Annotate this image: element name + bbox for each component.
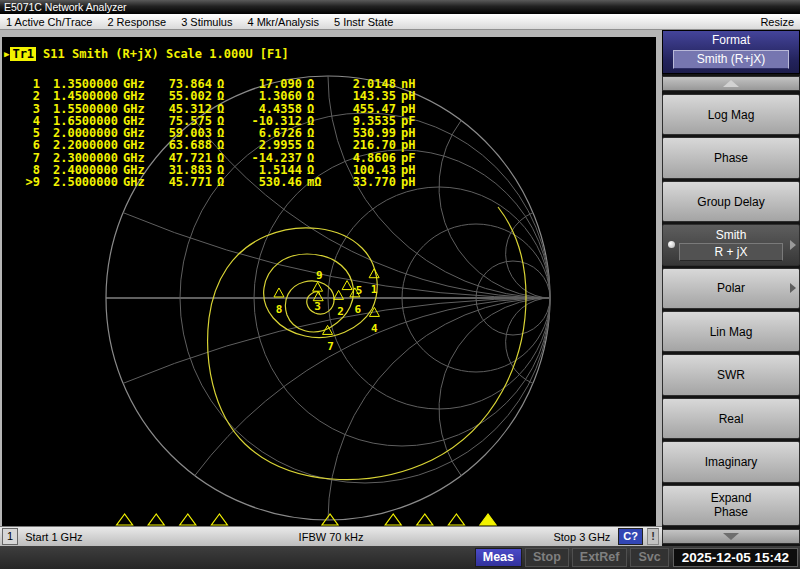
status-stop: Stop [525, 548, 569, 567]
softkey-label: Smith [716, 228, 747, 242]
softkey-imaginary[interactable]: Imaginary [662, 441, 800, 482]
submenu-arrow-icon [790, 240, 796, 250]
stimulus-marker-triangle-3 [180, 514, 196, 525]
marker-table-cell: mΩ [302, 176, 326, 188]
softkey-label: Log Mag [708, 108, 755, 122]
marker-table-cell: 6 [10, 139, 40, 151]
display-frame: 123456789 ▶ Tr1 S11 Smith (R+jX) Scale 1… [0, 30, 662, 546]
marker-table-cell: GHz [118, 90, 148, 102]
stimulus-marker-triangle-9 [480, 514, 496, 525]
stimulus-marker-triangle-1 [117, 514, 133, 525]
marker-table-cell: 1.3060 [228, 90, 302, 102]
marker-symbol-3 [313, 282, 323, 291]
softkey-menu-title: Format [663, 31, 799, 50]
marker-table-cell: 2.9955 [228, 139, 302, 151]
marker-table-cell: GHz [118, 176, 148, 188]
softkey-phase[interactable]: Phase [662, 137, 800, 178]
marker-table-cell: 45.771 [148, 176, 212, 188]
softkey-label: Lin Mag [710, 325, 753, 339]
marker-table-cell: Ω [302, 103, 326, 115]
softkey-group-delay[interactable]: Group Delay [662, 181, 800, 222]
warning-badge: ! [647, 528, 659, 545]
softkey-real[interactable]: Real [662, 398, 800, 439]
softkey-swr[interactable]: SWR [662, 354, 800, 395]
softkey-log-mag[interactable]: Log Mag [662, 94, 800, 135]
marker-symbol-5 [342, 281, 352, 290]
channel-number-box: 1 [2, 528, 18, 545]
marker-table-cell: Ω [302, 78, 326, 90]
status-svc: Svc [630, 548, 668, 567]
instrument-screen: 123456789 ▶ Tr1 S11 Smith (R+jX) Scale 1… [2, 37, 656, 526]
e5071c-application-window: E5071C Network Analyzer 1 Active Ch/Trac… [0, 0, 800, 569]
clock: 2025-12-05 15:42 [673, 548, 798, 567]
reactance-arc [439, 120, 550, 298]
submenu-arrow-icon [790, 283, 796, 293]
marker-table-cell: 2.2000000 [40, 139, 118, 151]
marker-table-cell: 143.35 [326, 90, 396, 102]
trace-header: ▶ Tr1 S11 Smith (R+jX) Scale 1.000U [F1] [4, 47, 289, 61]
start-frequency-label: Start 1 GHz [25, 531, 82, 543]
menu-item[interactable]: 4 Mkr/Analysis [247, 16, 319, 28]
marker-table-cell: Ω [302, 127, 326, 139]
marker-table-cell: 63.688 [148, 139, 212, 151]
menu-items: 1 Active Ch/Trace2 Response3 Stimulus4 M… [6, 16, 408, 28]
menu-item[interactable]: 3 Stimulus [181, 16, 232, 28]
marker-readout-table: 11.3500000GHz73.864Ω17.090Ω2.0148nH21.45… [10, 78, 418, 189]
marker-table-cell: pH [396, 176, 418, 188]
ifbw-label: IFBW 70 kHz [299, 531, 364, 543]
marker-table-cell: 55.002 [148, 90, 212, 102]
marker-number-label: 2 [337, 305, 344, 318]
marker-symbol-1 [369, 269, 379, 278]
softkey-list: Log MagPhaseGroup DelaySmithR + jXPolarL… [662, 93, 800, 527]
menu-item[interactable]: 1 Active Ch/Trace [6, 16, 92, 28]
marker-number-label: 1 [371, 283, 378, 296]
marker-table-cell: Ω [302, 152, 326, 164]
trace-label-badge[interactable]: Tr1 [10, 47, 36, 61]
menu-item[interactable]: 2 Response [107, 16, 166, 28]
marker-table-cell: 2 [10, 90, 40, 102]
stop-frequency-label: Stop 3 GHz [553, 531, 610, 543]
instrument-status-indicators: MeasStopExtRefSvc [472, 548, 669, 567]
scroll-up-icon [723, 80, 739, 87]
marker-table-cell: Ω [212, 176, 228, 188]
window-titlebar: E5071C Network Analyzer [0, 0, 800, 14]
softkey-expand-phase[interactable]: ExpandPhase [662, 485, 800, 526]
softkey-value-box: R + jX [679, 243, 783, 261]
softkey-scroll-down-button[interactable] [662, 529, 800, 544]
softkey-polar[interactable]: Polar [662, 268, 800, 309]
softkey-smith[interactable]: SmithR + jX [662, 224, 800, 265]
menu-resize-button[interactable]: Resize [760, 16, 794, 28]
softkey-label: Imaginary [705, 455, 758, 469]
softkey-sidebar: Format Smith (R+jX) Log MagPhaseGroup De… [662, 30, 800, 546]
window-title: E5071C Network Analyzer [4, 1, 127, 13]
marker-table-cell: 1.4500000 [40, 90, 118, 102]
marker-number-label: 6 [355, 303, 362, 316]
softkey-label: Expand [711, 491, 752, 505]
trace-description: S11 Smith (R+jX) Scale 1.000U [F1] [43, 47, 289, 61]
menu-item[interactable]: 5 Instr State [334, 16, 393, 28]
marker-table-cell: Ω [302, 139, 326, 151]
softkey-lin-mag[interactable]: Lin Mag [662, 311, 800, 352]
marker-number-label: 4 [371, 322, 378, 335]
s11-trace [208, 207, 526, 480]
menu-bar: 1 Active Ch/Trace2 Response3 Stimulus4 M… [0, 14, 800, 30]
scroll-down-icon [723, 533, 739, 540]
calibration-status-badge: C? [618, 528, 643, 545]
softkey-menu-header: Format Smith (R+jX) [662, 30, 800, 74]
marker-table-cell: Ω [212, 139, 228, 151]
instrument-status-bar: MeasStopExtRefSvc 2025-12-05 15:42 [0, 546, 800, 569]
marker-symbol-8 [274, 288, 284, 297]
softkey-scroll-up-button[interactable] [662, 76, 800, 91]
marker-number-label: 7 [327, 340, 334, 353]
status-extref: ExtRef [572, 548, 628, 567]
stimulus-marker-triangle-4 [211, 514, 227, 525]
stimulus-marker-triangle-2 [148, 514, 164, 525]
stimulus-marker-triangle-6 [385, 514, 401, 525]
selected-dot-icon [668, 241, 675, 248]
softkey-label: Phase [714, 151, 748, 165]
stimulus-marker-triangle-8 [448, 514, 464, 525]
marker-table-cell: pH [396, 139, 418, 151]
marker-number-label: 9 [316, 269, 323, 282]
marker-table-cell: Ω [302, 90, 326, 102]
marker-table-cell: GHz [118, 139, 148, 151]
